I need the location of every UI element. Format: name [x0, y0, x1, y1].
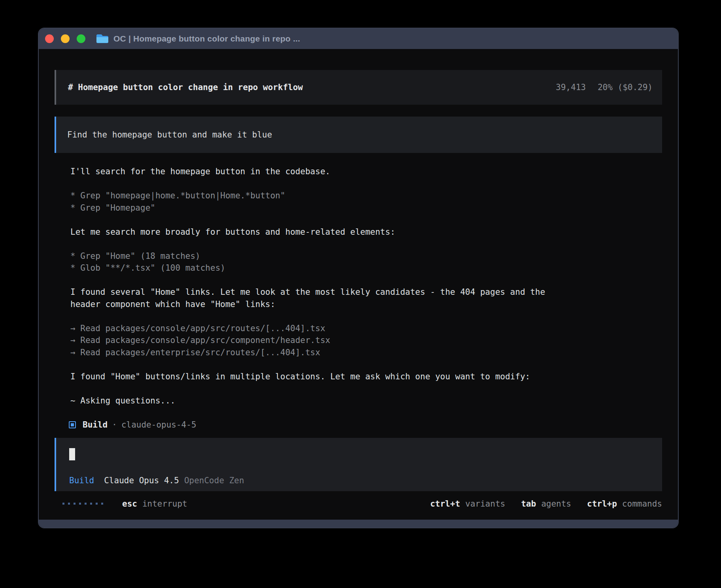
- tool-call-line: * Grep "Homepage": [70, 202, 662, 214]
- hint-commands: ctrl+p commands: [587, 499, 662, 509]
- user-message-block: Find the homepage button and make it blu…: [55, 117, 662, 153]
- assistant-text-line: [70, 238, 662, 250]
- hint-key-ctrl-t: ctrl+t: [430, 499, 460, 509]
- traffic-lights: [45, 34, 85, 43]
- agent-separator: ·: [112, 420, 117, 430]
- spinner-dot: [74, 503, 75, 505]
- agent-build-icon: [69, 421, 76, 428]
- title-bar: OC | Homepage button color change in rep…: [39, 28, 678, 49]
- spinner-dot: [101, 503, 103, 505]
- spinner-dot: [62, 503, 64, 505]
- session-stats: 39,413 20% ($0.29): [556, 83, 653, 92]
- tool-call-line: → Read packages/enterprise/src/routes/[.…: [70, 347, 662, 359]
- assistant-text-line: I'll search for the homepage button in t…: [70, 166, 662, 178]
- assistant-text-line: [70, 214, 662, 226]
- hint-key-esc: esc: [122, 499, 137, 509]
- terminal-content: # Homepage button color change in repo w…: [39, 49, 678, 520]
- agent-status-row: Build · claude-opus-4-5: [55, 418, 662, 431]
- text-cursor: [69, 448, 75, 460]
- session-header: # Homepage button color change in repo w…: [55, 70, 662, 105]
- assistant-text-line: I found "Home" buttons/links in multiple…: [70, 371, 662, 383]
- assistant-text-line: ~ Asking questions...: [70, 395, 662, 407]
- footer-hints-bar: esc interrupt ctrl+t variants tab agents…: [55, 498, 662, 510]
- terminal-window: OC | Homepage button color change in rep…: [38, 28, 679, 528]
- zoom-button[interactable]: [77, 34, 85, 43]
- hint-key-ctrl-p: ctrl+p: [587, 499, 617, 509]
- assistant-text-line: Let me search more broadly for buttons a…: [70, 226, 662, 238]
- agent-name: Build: [83, 420, 108, 430]
- tool-call-line: → Read packages/console/app/src/routes/[…: [70, 322, 662, 335]
- assistant-text-line: [70, 358, 662, 371]
- window-title: OC | Homepage button color change in rep…: [113, 34, 300, 43]
- spinner-dot: [68, 503, 70, 505]
- folder-icon: [96, 33, 109, 44]
- spinner-dot: [90, 503, 92, 505]
- tool-call-line: * Grep "homepage|home.*button|Home.*butt…: [70, 190, 662, 202]
- assistant-text-line: [70, 274, 662, 286]
- spinner-dot: [85, 503, 87, 505]
- status-model[interactable]: Claude Opus 4.5: [104, 476, 179, 485]
- user-message-text: Find the homepage button and make it blu…: [67, 130, 272, 139]
- spinner-dot: [96, 503, 98, 505]
- assistant-text-line: [70, 310, 662, 322]
- assistant-text-line: [70, 178, 662, 190]
- assistant-text-line: [70, 383, 662, 395]
- status-provider: OpenCode Zen: [184, 476, 244, 485]
- window-bottom-strip: [39, 520, 678, 528]
- close-button[interactable]: [45, 34, 54, 43]
- conversation: I'll search for the homepage button in t…: [55, 166, 662, 407]
- spinner-dot: [79, 503, 81, 505]
- token-count: 39,413: [556, 83, 586, 92]
- hint-variants: ctrl+t variants: [430, 499, 505, 509]
- hint-key-tab: tab: [521, 499, 536, 509]
- status-agent[interactable]: Build: [69, 476, 94, 485]
- session-title: # Homepage button color change in repo w…: [68, 83, 303, 92]
- context-cost: 20% ($0.29): [598, 83, 653, 92]
- prompt-input[interactable]: Build Claude Opus 4.5 OpenCode Zen: [55, 438, 662, 491]
- tool-call-line: * Grep "Home" (18 matches): [70, 250, 662, 262]
- agent-model: claude-opus-4-5: [121, 420, 196, 430]
- minimize-button[interactable]: [61, 34, 70, 43]
- tool-call-line: → Read packages/console/app/src/componen…: [70, 334, 662, 347]
- input-status-line: Build Claude Opus 4.5 OpenCode Zen: [69, 476, 662, 485]
- spinner-dots: [62, 503, 103, 505]
- assistant-text-line: I found several "Home" links. Let me loo…: [70, 286, 662, 298]
- hint-interrupt: esc interrupt: [122, 499, 187, 509]
- tool-call-line: * Glob "**/*.tsx" (100 matches): [70, 262, 662, 274]
- hint-agents: tab agents: [521, 499, 571, 509]
- assistant-text-line: header component which have "Home" links…: [70, 298, 662, 311]
- footer-hints-right: ctrl+t variants tab agents ctrl+p comman…: [430, 499, 662, 509]
